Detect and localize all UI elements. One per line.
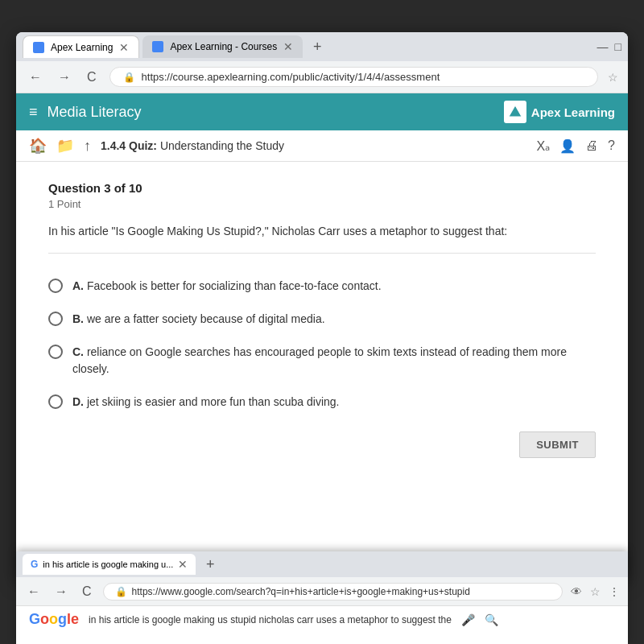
answer-option-c[interactable]: C. reliance on Google searches has encou…	[48, 336, 596, 386]
google-logo: Google	[29, 611, 79, 628]
translate-icon[interactable]: Xₐ	[536, 138, 550, 154]
radio-c[interactable]	[48, 345, 63, 359]
google-tab-label: in his article is google making u...	[43, 559, 173, 569]
answer-text-c: reliance on Google searches has encourag…	[72, 345, 567, 375]
answer-letter-d: D.	[72, 395, 84, 408]
hamburger-menu[interactable]: ≡	[29, 104, 38, 121]
google-search-bar: Google in his article is google making u…	[16, 606, 628, 633]
answer-label-a: A. Facebook is better for socializing th…	[72, 278, 382, 295]
home-icon[interactable]: 🏠	[29, 137, 47, 155]
lock-icon: 🔒	[123, 72, 135, 83]
main-browser: Apex Learning ✕ Apex Learning - Courses …	[16, 32, 628, 580]
radio-b[interactable]	[48, 312, 63, 326]
google-tab[interactable]: G in his article is google making u... ✕	[23, 554, 196, 575]
maximize-button[interactable]: □	[615, 40, 621, 53]
menu-dots[interactable]: ⋮	[609, 585, 620, 598]
person-icon[interactable]: 👤	[559, 138, 576, 154]
apex-logo: Apex Learning	[504, 101, 615, 123]
quiz-back-icon[interactable]: ↑	[84, 138, 91, 155]
radio-d[interactable]	[48, 394, 63, 409]
tab-close-1[interactable]: ✕	[119, 41, 129, 54]
google-url-text: https://www.google.com/search?q=in+his+a…	[132, 586, 470, 597]
radio-a[interactable]	[48, 279, 63, 293]
tab-label-1: Apex Learning	[51, 42, 113, 53]
new-tab-button-2[interactable]: +	[199, 553, 221, 576]
quiz-title: 1.4.4 Quiz: Understanding the Study	[101, 139, 284, 152]
address-bar-2: ← → C 🔒 https://www.google.com/search?q=…	[16, 577, 628, 606]
url-text: https://course.apexlearning.com/public/a…	[142, 71, 440, 83]
google-browser: G in his article is google making u... ✕…	[16, 551, 628, 644]
tab-apex-learning[interactable]: Apex Learning ✕	[23, 35, 139, 58]
refresh-button-2[interactable]: C	[79, 581, 95, 602]
address-bar: ← → C 🔒 https://course.apexlearning.com/…	[16, 61, 628, 93]
google-search-text: in his article is google making us stupi…	[89, 614, 452, 625]
lock-icon-2: 🔒	[115, 586, 127, 597]
tab-apex-courses[interactable]: Apex Learning - Courses ✕	[142, 35, 303, 58]
tab-icon-1	[33, 42, 44, 53]
quiz-id-bold: 1.4.4 Quiz:	[101, 139, 157, 152]
bookmark-icon[interactable]: ☆	[608, 71, 618, 84]
answer-letter-c: C.	[72, 345, 84, 358]
print-icon[interactable]: 🖨	[585, 138, 598, 153]
star-icon-2[interactable]: ☆	[590, 585, 601, 598]
answer-letter-a: A.	[72, 279, 84, 292]
google-url-field[interactable]: 🔒 https://www.google.com/search?q=in+his…	[103, 583, 563, 601]
refresh-button[interactable]: C	[84, 67, 100, 88]
answer-text-b: we are a fatter society because of digit…	[87, 312, 325, 325]
answer-label-b: B. we are a fatter society because of di…	[72, 311, 325, 328]
quiz-nav-right: Xₐ 👤 🖨 ?	[536, 138, 615, 154]
help-icon[interactable]: ?	[608, 138, 615, 153]
tab-bar: Apex Learning ✕ Apex Learning - Courses …	[16, 32, 628, 61]
forward-button-2[interactable]: →	[52, 581, 71, 602]
microphone-icon[interactable]: 🎤	[461, 613, 475, 626]
apex-logo-text: Apex Learning	[531, 105, 615, 119]
answer-label-c: C. reliance on Google searches has encou…	[72, 344, 596, 378]
answer-label-d: D. jet skiing is easier and more fun tha…	[72, 394, 340, 411]
forward-button[interactable]: →	[55, 67, 74, 88]
question-text: In his article "Is Google Making Us Stup…	[48, 223, 596, 254]
submit-button[interactable]: SUBMIT	[519, 431, 596, 458]
window-controls: — □	[597, 40, 621, 53]
search-icon[interactable]: 🔍	[485, 613, 498, 626]
svg-marker-0	[509, 105, 522, 117]
answer-option-b[interactable]: B. we are a fatter society because of di…	[48, 303, 596, 336]
google-tab-close[interactable]: ✕	[178, 558, 188, 571]
url-field[interactable]: 🔒 https://course.apexlearning.com/public…	[109, 67, 598, 87]
answer-text-a: Facebook is better for socializing than …	[87, 279, 382, 292]
answer-letter-b: B.	[72, 312, 84, 325]
answer-option-a[interactable]: A. Facebook is better for socializing th…	[48, 270, 596, 303]
apex-header: ≡ Media Literacy Apex Learning	[16, 93, 628, 130]
content-area: Question 3 of 10 1 Point In his article …	[16, 162, 628, 580]
apex-logo-image	[504, 101, 526, 123]
question-header: Question 3 of 10	[48, 181, 596, 195]
question-points: 1 Point	[48, 198, 596, 210]
google-tab-icon: G	[31, 559, 38, 570]
header-title: Media Literacy	[47, 104, 142, 121]
new-tab-button[interactable]: +	[306, 35, 328, 58]
tab-label-2: Apex Learning - Courses	[170, 41, 277, 52]
answer-text-d: jet skiing is easier and more fun than s…	[87, 395, 340, 408]
minimize-button[interactable]: —	[597, 40, 609, 53]
back-button[interactable]: ←	[26, 67, 45, 88]
quiz-nav-left: 🏠 📁 ↑ 1.4.4 Quiz: Understanding the Stud…	[29, 137, 284, 155]
back-button-2[interactable]: ←	[24, 581, 43, 602]
header-left: ≡ Media Literacy	[29, 104, 142, 121]
quiz-nav-bar: 🏠 📁 ↑ 1.4.4 Quiz: Understanding the Stud…	[16, 130, 628, 162]
folder-icon[interactable]: 📁	[56, 137, 74, 155]
eye-icon: 👁	[571, 585, 582, 598]
submit-area: SUBMIT	[48, 431, 596, 458]
tab-icon-2	[152, 41, 163, 52]
tab-close-2[interactable]: ✕	[283, 40, 293, 53]
answer-option-d[interactable]: D. jet skiing is easier and more fun tha…	[48, 386, 596, 419]
tab-bar-2: G in his article is google making u... ✕…	[16, 551, 628, 577]
